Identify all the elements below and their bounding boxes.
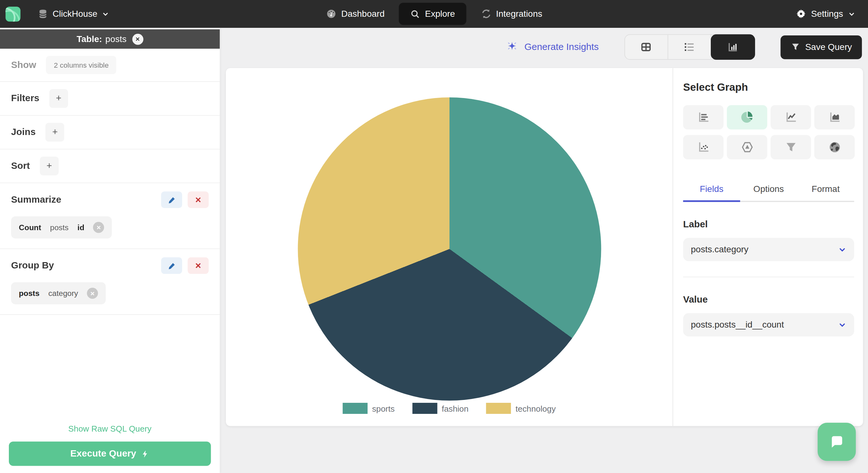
chevron-down-icon (847, 10, 856, 18)
brand-name: ClickHouse (53, 9, 97, 19)
gauge-icon (326, 8, 337, 19)
result-card: sports fashion technology Select Graph (226, 68, 863, 426)
chart-legend: sports fashion technology (226, 403, 673, 414)
table-name: posts (105, 34, 127, 44)
show-raw-sql-link[interactable]: Show Raw SQL Query (0, 424, 220, 434)
list-view-button[interactable] (668, 35, 711, 59)
legend-item[interactable]: fashion (412, 403, 468, 414)
app-logo (6, 6, 21, 21)
result-toolbar: Generate Insights (220, 28, 868, 67)
legend-swatch (486, 403, 511, 414)
app-viewport: ClickHouse Dashboard Explore (0, 0, 868, 473)
edit-summarize-button[interactable] (161, 192, 182, 208)
view-toggle-group (624, 34, 755, 60)
add-filter-button[interactable]: + (49, 89, 68, 108)
chevron-down-icon (101, 10, 110, 18)
generate-insights-button[interactable]: Generate Insights (505, 40, 598, 54)
bar-chart-horizontal-icon (696, 110, 711, 125)
label-field-dropdown[interactable]: posts.category (683, 238, 855, 261)
nav-dashboard[interactable]: Dashboard (326, 8, 385, 19)
filters-label: Filters (11, 93, 39, 104)
legend-item[interactable]: technology (486, 403, 556, 414)
remove-summarize-button[interactable]: ✕ (188, 192, 209, 208)
remove-table-button[interactable]: ✕ (132, 33, 143, 44)
main-content: Generate Insights (220, 28, 868, 473)
pencil-icon (167, 261, 176, 270)
table-header: Table: posts ✕ (0, 29, 220, 49)
save-query-button[interactable]: Save Query (780, 35, 862, 59)
joins-row: Joins + (0, 116, 220, 150)
funnel-icon (790, 42, 800, 52)
graph-type-pie-button[interactable] (727, 105, 767, 130)
select-graph-title: Select Graph (683, 81, 855, 94)
chevron-down-icon (838, 245, 846, 254)
globe-icon (827, 140, 842, 155)
search-icon (410, 8, 421, 19)
lightning-icon (141, 449, 149, 459)
graph-type-scatter-button[interactable] (683, 135, 724, 159)
remove-group-by-button[interactable]: ✕ (188, 257, 209, 274)
columns-visible-chip[interactable]: 2 columns visible (46, 56, 116, 74)
pencil-icon (167, 196, 176, 204)
graph-type-grid (683, 105, 855, 160)
chart-view-button[interactable] (710, 34, 755, 60)
legend-item[interactable]: sports (343, 403, 395, 414)
pie-chart-icon (740, 110, 754, 125)
chat-widget-button[interactable] (818, 423, 856, 461)
group-by-label: Group By (11, 260, 54, 271)
legend-swatch (343, 403, 368, 414)
execute-query-button[interactable]: Execute Query (9, 442, 211, 466)
filters-row: Filters + (0, 82, 220, 116)
top-navbar: ClickHouse Dashboard Explore (0, 0, 868, 28)
graph-type-area-button[interactable] (814, 105, 855, 130)
panel-divider (683, 277, 855, 277)
sparkle-icon (505, 40, 519, 54)
summarize-label: Summarize (11, 194, 61, 205)
show-label: Show (11, 59, 36, 70)
remove-chip-icon[interactable]: ✕ (93, 222, 104, 233)
tab-options[interactable]: Options (740, 180, 797, 201)
table-icon (640, 41, 652, 54)
summarize-chip[interactable]: Count posts id ✕ (11, 216, 112, 239)
add-join-button[interactable]: + (45, 123, 65, 142)
line-chart-icon (783, 110, 798, 125)
value-field-title: Value (683, 294, 855, 306)
sync-icon (480, 8, 492, 19)
query-builder-sidebar: Table: posts ✕ Show 2 columns visible Fi… (0, 28, 220, 473)
gear-icon (796, 8, 807, 19)
remove-chip-icon[interactable]: ✕ (87, 288, 98, 299)
list-icon (683, 40, 696, 54)
database-selector[interactable]: ClickHouse (37, 8, 110, 20)
graph-type-map-button[interactable] (814, 135, 855, 159)
pie-chart[interactable] (298, 97, 601, 401)
show-row: Show 2 columns visible (0, 49, 220, 82)
table-view-button[interactable] (625, 35, 668, 59)
sort-row: Sort + (0, 150, 220, 183)
edit-group-by-button[interactable] (161, 257, 182, 274)
graph-type-graph-button[interactable] (727, 135, 767, 159)
graph-type-line-button[interactable] (771, 105, 811, 130)
scatter-plot-icon (696, 140, 711, 155)
bar-chart-icon (726, 41, 739, 54)
value-field-dropdown[interactable]: posts.posts__id__count (683, 313, 855, 337)
graph-settings-panel: Select Graph (673, 68, 863, 426)
group-by-section: Group By ✕ posts category ✕ (0, 249, 220, 315)
graph-type-bar-button[interactable] (683, 105, 724, 130)
table-label: Table: (76, 34, 102, 44)
legend-swatch (412, 403, 437, 414)
tab-format[interactable]: Format (797, 180, 854, 201)
database-icon (37, 8, 49, 20)
nav-explore[interactable]: Explore (399, 3, 466, 25)
chat-bubble-icon (828, 433, 845, 450)
group-by-chip[interactable]: posts category ✕ (11, 282, 106, 305)
graph-type-funnel-button[interactable] (771, 135, 811, 159)
chart-area: sports fashion technology (226, 68, 673, 426)
tab-fields[interactable]: Fields (683, 180, 740, 201)
add-sort-button[interactable]: + (40, 157, 59, 176)
panel-tabs: Fields Options Format (683, 180, 855, 202)
label-field-title: Label (683, 219, 855, 230)
settings-menu[interactable]: Settings (796, 8, 868, 19)
nav-integrations[interactable]: Integrations (480, 8, 542, 19)
sort-label: Sort (11, 161, 30, 172)
summarize-section: Summarize ✕ Count posts id ✕ (0, 183, 220, 249)
